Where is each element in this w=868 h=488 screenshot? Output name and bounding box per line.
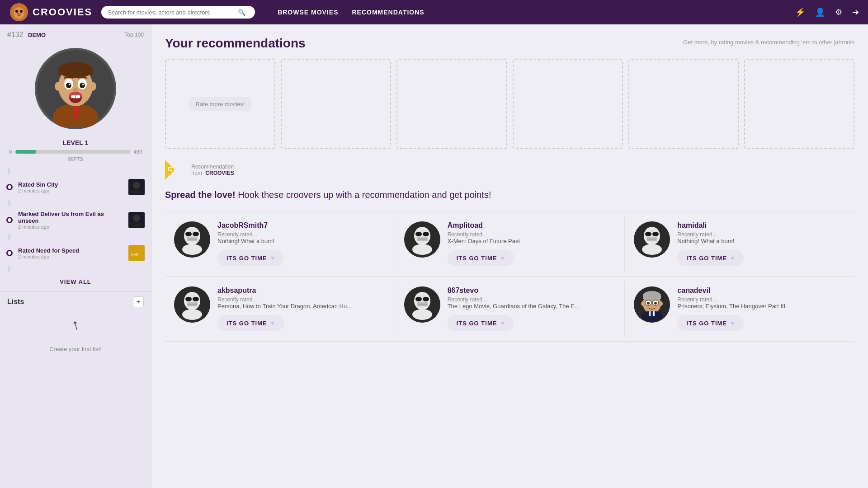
activity-title-2: Marked Deliver Us from Evil as unseen [18,211,123,224]
banner-from: from [191,170,202,176]
svg-text:CAR: CAR [131,253,139,257]
friend-name-1: JacobRSmith7 [217,221,386,230]
friend-card-1: JacobRSmith7 Recently rated... Nothing! … [165,211,395,276]
placeholder-label[interactable]: Rate more movies! [189,97,251,111]
spread-love-title: Spread the love! Hook these croovers up … [165,190,854,200]
add-list-button[interactable]: + [133,296,144,307]
heart-icon-1: ♥ [271,254,275,262]
svg-rect-64 [188,304,197,305]
arrow-up-icon: ↑ [70,316,81,334]
lightning-icon[interactable]: ⚡ [795,7,805,17]
level-section: LEVEL 1 0 499 96PTS [0,136,151,162]
svg-point-18 [82,84,84,85]
rec-placeholder-3 [396,59,507,149]
friend-name-5: 867stevo [448,286,616,295]
heart-icon-5: ♥ [500,319,505,327]
svg-point-47 [423,232,429,236]
svg-point-27 [133,182,140,189]
friend-name-4: akbsaputra [217,286,386,295]
friend-recent-3: Recently rated... [677,231,845,238]
activity-dot-1 [6,184,13,190]
banner-icon: C [165,160,185,180]
svg-point-5 [20,10,23,13]
go-time-button-3[interactable]: ITS GO TIME ♥ [677,250,744,266]
activity-title-1: Rated Sin City [18,181,123,188]
logo[interactable]: CROOVIES [9,2,92,22]
rec-placeholders: Rate more movies! [165,59,854,149]
banner-brand: CROOVIES [205,170,234,176]
go-time-button-2[interactable]: ITS GO TIME ♥ [448,250,514,266]
view-all-button[interactable]: VIEW ALL [0,272,151,291]
svg-point-54 [645,232,651,236]
friend-card-6: canadevil Recently rated... Prisoners, E… [625,277,854,341]
svg-point-63 [193,297,199,301]
logout-icon[interactable]: ➔ [852,7,859,17]
svg-point-62 [185,297,192,301]
heart-icon-3: ♥ [731,254,735,262]
banner-letter: C [168,165,172,173]
friend-movies-5: The Lego Movie, Guardians of the Galaxy,… [448,303,616,310]
svg-point-70 [415,297,422,301]
svg-point-49 [412,244,432,255]
activity-title-3: Rated Need for Speed [18,247,123,254]
svg-rect-28 [131,190,142,194]
activity-item-3: Rated Need for Speed 2 minutes ago CAR [0,240,151,272]
search-icon[interactable]: 🔍 [238,9,245,16]
user-icon[interactable]: 👤 [815,7,825,17]
friend-movies-2: X-Men: Days of Future Past [448,238,616,244]
activity-dot-3 [6,250,13,256]
svg-rect-22 [71,95,75,98]
nav-recommendations[interactable]: RECOMMENDATIONS [352,9,425,16]
rank-number: #132 [7,31,24,38]
svg-point-41 [182,244,202,255]
rank-display: #132 DEMO [7,31,46,39]
friend-card-4: akbsaputra Recently rated... Persona, Ho… [165,277,395,341]
rec-placeholder-2 [281,59,391,149]
activity-thumb-1 [128,179,145,195]
svg-rect-48 [418,239,427,240]
friend-recent-4: Recently rated... [217,296,386,303]
svg-rect-40 [188,239,197,240]
triangle-icon: C [165,160,175,180]
svg-point-30 [133,215,140,222]
pts-label: 96PTS [9,156,142,162]
lists-section: Lists + ↑ Create your first list! [0,291,151,366]
settings-icon[interactable]: ⚙ [835,7,842,17]
svg-point-24 [55,82,62,91]
search-bar[interactable]: 🔍 [101,6,255,19]
nav-browse-movies[interactable]: BROWSE MOVIES [278,9,338,16]
go-time-button-1[interactable]: ITS GO TIME ♥ [217,250,284,266]
progress-bar-fill [15,150,36,154]
spread-section: Spread the love! Hook these croovers up … [165,190,854,200]
friend-recent-2: Recently rated... [448,231,616,238]
svg-point-15 [66,83,71,88]
svg-point-73 [412,309,432,320]
friend-avatar-4 [174,286,210,323]
avatar-section [0,43,151,136]
go-time-button-6[interactable]: ITS GO TIME ♥ [677,315,744,331]
svg-point-6 [17,13,21,15]
go-time-button-5[interactable]: ITS GO TIME ♥ [448,315,514,331]
friend-name-2: Amplitoad [448,221,616,230]
svg-point-89 [659,301,663,306]
svg-point-65 [182,309,202,320]
activity-time-1: 2 minutes ago [18,188,123,193]
activity-time-2: 2 minutes ago [18,224,123,230]
svg-point-4 [15,10,18,13]
level-label: LEVEL 1 [9,139,142,146]
rec-placeholder-1: Rate more movies! [165,59,275,149]
activity-list: Rated Sin City 2 minutes ago Marked Deli… [0,162,151,272]
spread-rest: Hook these croovers up with a recommenda… [236,190,491,200]
svg-point-84 [654,302,657,305]
friend-avatar-6 [634,286,670,323]
main-nav: BROWSE MOVIES RECOMMENDATIONS [278,9,425,16]
friend-card-5: 867stevo Recently rated... The Lego Movi… [395,277,625,341]
svg-point-38 [185,232,192,236]
friend-avatar-1 [174,221,210,258]
page-title-row: Your recommendations Get more, by rating… [165,36,854,51]
search-input[interactable] [108,9,234,16]
svg-point-46 [415,232,422,236]
go-time-button-4[interactable]: ITS GO TIME ♥ [217,315,284,331]
sidebar: #132 DEMO Top 100 [0,24,151,488]
svg-rect-80 [651,311,653,316]
